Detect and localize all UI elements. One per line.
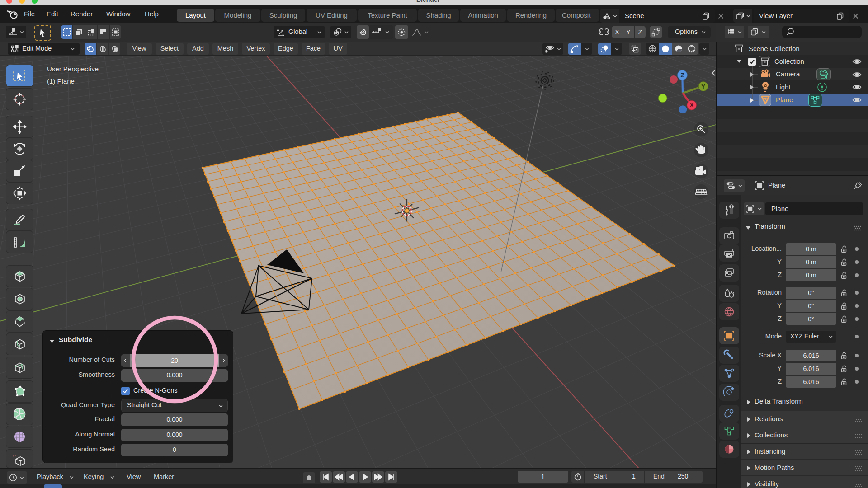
svg-text:Z: Z bbox=[680, 72, 684, 79]
svg-text:Y: Y bbox=[701, 83, 705, 90]
svg-text:X: X bbox=[690, 102, 694, 108]
